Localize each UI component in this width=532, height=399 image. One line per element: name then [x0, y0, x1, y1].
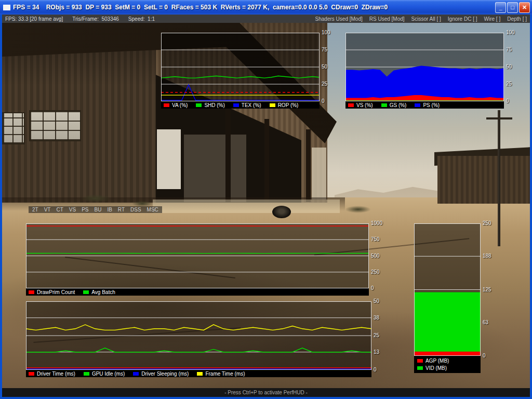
maximize-button[interactable]: □: [507, 2, 518, 13]
footer-message: - Press Ctrl+P to activate PerfHUD -: [224, 390, 308, 395]
tire: [272, 206, 291, 218]
legend-item: AGP (MB): [417, 358, 449, 364]
legend-label: SHD (%): [204, 102, 224, 108]
legend-label: GPU Idle (ms): [92, 371, 125, 377]
legend-label: GS (%): [390, 102, 407, 108]
legend-swatch-icon: [29, 290, 34, 294]
barn-post: [264, 119, 269, 202]
legend-item: TEX (%): [233, 102, 261, 108]
batch-chart: 02505007501000 DrawPrim CountAvg Batch: [26, 223, 369, 296]
axis-tick-label: 0: [374, 367, 377, 373]
legend-label: PS (%): [423, 102, 440, 108]
unit-tab[interactable]: VS: [69, 207, 76, 212]
window-controls: _ □ ✕: [495, 2, 530, 13]
hud-stats-bar: FPS: 33.3 [20 frame avg]Tris/Frame: 5033…: [2, 15, 530, 23]
window-title: FPS = 34 RObjs = 933 DP = 933 SetM = 0 S…: [13, 4, 495, 11]
axis-tick-label: 75: [506, 47, 512, 52]
interior-lit-wall: [157, 129, 181, 189]
legend-swatch-icon: [164, 103, 169, 107]
power-pole: [498, 110, 500, 246]
shed: [437, 156, 530, 204]
legend-item: SHD (%): [196, 102, 224, 108]
legend-swatch-icon: [133, 372, 139, 376]
legend-item: Avg Batch: [83, 289, 115, 295]
hud-toggle-button[interactable]: Scissor All [ ]: [411, 16, 441, 22]
legend-label: Driver Time (ms): [37, 371, 75, 377]
legend-item: Driver Sleeping (ms): [133, 371, 189, 377]
shader-usage-legend: VA (%)SHD (%)TEX (%)ROP (%): [161, 101, 320, 109]
far-opening: [312, 148, 326, 200]
unit-tab[interactable]: MSC: [147, 207, 158, 212]
legend-item: Driver Time (ms): [29, 371, 75, 377]
perfhud-window: FPS = 34 RObjs = 933 DP = 933 SetM = 0 S…: [0, 0, 532, 399]
legend-label: ROP (%): [278, 102, 299, 108]
batch-plot: 02505007501000: [26, 223, 369, 288]
app-icon: [3, 5, 10, 10]
interior-mid-wall: [184, 135, 246, 202]
memory-legend: AGP (MB)VID (MB): [414, 356, 481, 373]
pipeline-usage-legend: VS (%)GS (%)PS (%): [345, 101, 504, 109]
legend-item: GPU Idle (ms): [84, 371, 125, 377]
timing-legend: Driver Time (ms)GPU Idle (ms)Driver Slee…: [26, 370, 371, 377]
unit-tab[interactable]: CT: [56, 207, 63, 212]
unit-tab[interactable]: BU: [94, 207, 101, 212]
hud-toggle-button[interactable]: RS Used [Mod]: [369, 16, 405, 22]
hud-toggle-button[interactable]: Ignore DC [ ]: [448, 16, 477, 22]
barn-post: [306, 129, 311, 202]
unit-tab[interactable]: VT: [44, 207, 51, 212]
unit-tab[interactable]: 2T: [32, 207, 38, 212]
hud-stat: Tris/Frame: 503346: [72, 16, 119, 22]
unit-tab[interactable]: IB: [107, 207, 112, 212]
axis-tick-label: 50: [322, 64, 327, 70]
close-button[interactable]: ✕: [519, 2, 530, 13]
axis-tick-label: 0: [322, 99, 325, 104]
hud-toggle-button[interactable]: Shaders Used [Mod]: [315, 16, 363, 22]
axis-tick-label: 750: [371, 237, 380, 242]
hud-stat: FPS: 33.3 [20 frame avg]: [5, 16, 63, 22]
legend-item: VA (%): [164, 102, 188, 108]
barn-post: [225, 109, 231, 202]
legend-item: PS (%): [415, 102, 440, 108]
timing-plot: 013253850: [26, 301, 371, 370]
legend-label: DrawPrim Count: [37, 289, 75, 295]
axis-tick-label: 100: [322, 30, 330, 35]
axis-tick-label: 13: [374, 350, 379, 355]
window-titlebar[interactable]: FPS = 34 RObjs = 933 DP = 933 SetM = 0 S…: [0, 0, 532, 15]
unit-selector-row: 2TVTCTVSPSBUIBRTDSSMSC: [29, 206, 162, 213]
hud-toggle-list: Shaders Used [Mod]RS Used [Mod]Scissor A…: [315, 16, 527, 22]
footer-bar: - Press Ctrl+P to activate PerfHUD -: [2, 388, 530, 397]
legend-item: VS (%): [348, 102, 373, 108]
axis-tick-label: 1000: [371, 221, 382, 226]
legend-item: VID (MB): [417, 365, 447, 371]
legend-item: ROP (%): [270, 102, 299, 108]
unit-tab[interactable]: PS: [82, 207, 88, 212]
axis-tick-label: 500: [371, 254, 380, 259]
legend-item: DrawPrim Count: [29, 289, 75, 295]
power-pole-crossarm: [486, 117, 512, 119]
shader-usage-chart: 0255075100 VA (%)SHD (%)TEX (%)ROP (%): [161, 33, 320, 109]
barn-window: [2, 112, 25, 144]
legend-swatch-icon: [84, 372, 89, 376]
legend-swatch-icon: [29, 372, 34, 376]
axis-tick-label: 250: [371, 270, 380, 275]
legend-swatch-icon: [83, 290, 89, 294]
unit-tab[interactable]: DSS: [130, 207, 141, 212]
hud-toggle-button[interactable]: Wire [ ]: [484, 16, 501, 22]
minimize-button[interactable]: _: [495, 2, 506, 13]
axis-tick-label: 188: [483, 254, 491, 259]
legend-label: VA (%): [172, 102, 188, 108]
legend-label: AGP (MB): [425, 358, 449, 364]
legend-label: Frame Time (ms): [205, 371, 245, 377]
legend-swatch-icon: [417, 366, 423, 370]
legend-label: Driver Sleeping (ms): [141, 371, 189, 377]
unit-tab[interactable]: RT: [118, 207, 125, 212]
hud-frame-stats: FPS: 33.3 [20 frame avg]Tris/Frame: 5033…: [5, 16, 155, 22]
legend-label: TEX (%): [242, 102, 261, 108]
hud-toggle-button[interactable]: Depth [ ]: [507, 16, 527, 22]
pipeline-usage-plot: 0255075100: [345, 33, 504, 101]
barn-window: [29, 110, 81, 141]
axis-tick-label: 125: [483, 287, 491, 292]
legend-swatch-icon: [270, 103, 275, 107]
window-content: FPS: 33.3 [20 frame avg]Tris/Frame: 5033…: [2, 15, 530, 397]
batch-legend: DrawPrim CountAvg Batch: [26, 288, 369, 296]
